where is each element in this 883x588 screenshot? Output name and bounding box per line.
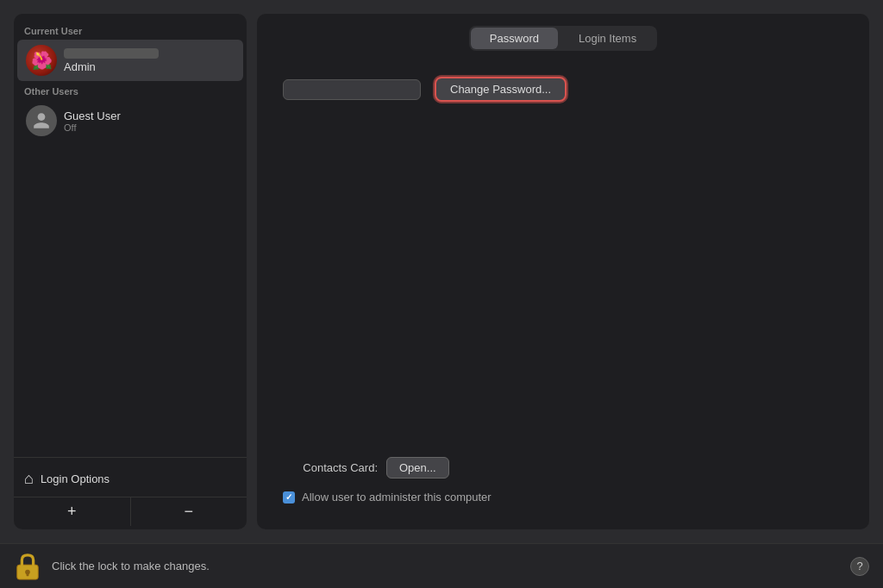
password-row: Change Password...	[283, 77, 843, 102]
password-field[interactable]	[283, 79, 421, 100]
other-users-section-label: Other Users	[14, 81, 247, 100]
lock-svg	[15, 552, 41, 581]
sidebar: Current User Admin Other Users Guest Use…	[14, 14, 247, 529]
change-password-button[interactable]: Change Password...	[435, 77, 567, 102]
current-user-section-label: Current User	[14, 21, 247, 40]
tab-container: Password Login Items	[469, 26, 657, 51]
lock-icon[interactable]	[14, 550, 41, 583]
contacts-row: Contacts Card: Open...	[283, 457, 843, 479]
sidebar-user-list: Current User Admin Other Users Guest Use…	[14, 14, 247, 457]
right-panel: Password Login Items Change Password... …	[257, 14, 869, 529]
login-options-item[interactable]: ⌂ Login Options	[14, 461, 247, 497]
guest-avatar	[26, 105, 57, 136]
help-button[interactable]: ?	[850, 557, 869, 576]
user-info-admin: Admin	[64, 48, 159, 73]
panel-body: Change Password... Contacts Card: Open..…	[257, 51, 869, 529]
tab-password[interactable]: Password	[471, 28, 558, 49]
bottom-bar: Click the lock to make changes. ?	[0, 543, 883, 588]
sidebar-item-guest[interactable]: Guest User Off	[17, 100, 243, 141]
add-user-button[interactable]: +	[14, 497, 131, 526]
guest-status: Off	[64, 122, 121, 133]
contacts-card-label: Contacts Card:	[283, 461, 378, 474]
administer-checkbox[interactable]	[283, 491, 295, 504]
tabs-bar: Password Login Items	[257, 14, 869, 51]
bottom-section: Contacts Card: Open... Allow user to adm…	[283, 457, 843, 512]
open-button[interactable]: Open...	[386, 457, 449, 479]
guest-name: Guest User	[64, 109, 121, 122]
sidebar-item-admin[interactable]: Admin	[17, 40, 243, 81]
person-icon	[32, 111, 51, 130]
tab-login-items[interactable]: Login Items	[560, 28, 655, 49]
administer-label: Allow user to administer this computer	[302, 491, 492, 504]
lock-text: Click the lock to make changes.	[52, 560, 840, 572]
login-options-label: Login Options	[41, 472, 110, 485]
admin-name: Admin	[64, 60, 159, 73]
avatar	[26, 45, 57, 76]
sidebar-actions: + −	[14, 497, 247, 526]
svg-rect-2	[27, 572, 29, 576]
username-blurred	[64, 48, 159, 59]
remove-user-button[interactable]: −	[131, 497, 247, 526]
sidebar-footer: ⌂ Login Options + −	[14, 457, 247, 529]
user-info-guest: Guest User Off	[64, 109, 121, 133]
home-icon: ⌂	[24, 470, 34, 488]
administer-row: Allow user to administer this computer	[283, 491, 843, 504]
